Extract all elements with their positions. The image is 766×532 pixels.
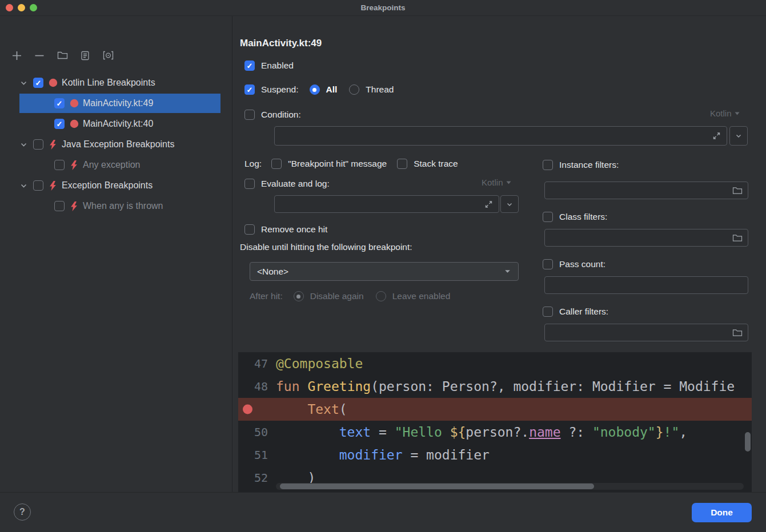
tree-item-any-exception[interactable]: Any exception [0, 155, 231, 175]
enabled-label: Enabled [261, 61, 294, 71]
pass-count-input[interactable] [544, 276, 748, 294]
tree-item-java-exception-breakpoints[interactable]: Java Exception Breakpoints [0, 134, 231, 155]
condition-label: Condition: [261, 110, 301, 120]
code-line-48: 48fun Greeting(person: Person?, modifier… [238, 375, 752, 398]
code-line-50: 50 text = "Hello ${person?.name ?: "nobo… [238, 421, 752, 444]
stack-trace-checkbox[interactable] [397, 159, 407, 169]
group-by-class-button[interactable] [78, 48, 93, 63]
tree-item-checkbox[interactable] [54, 160, 65, 170]
horizontal-scrollbar-thumb[interactable] [280, 483, 594, 489]
list-toolbar [9, 48, 115, 63]
suspend-label: Suspend: [261, 84, 299, 95]
tree-item-kotlin-line-breakpoints[interactable]: Kotlin Line Breakpoints [0, 72, 231, 93]
evaluate-history-dropdown[interactable] [500, 195, 519, 213]
expand-icon[interactable] [712, 132, 721, 140]
remove-once-row: Remove once hit [244, 222, 327, 237]
breakpoint-dot-icon[interactable] [243, 405, 252, 414]
folder-icon[interactable] [732, 186, 743, 195]
tree-item-mainactivity-kt-49[interactable]: MainActivity.kt:49 [0, 93, 231, 114]
remove-breakpoint-button[interactable] [32, 48, 47, 63]
evaluate-language-selector[interactable]: Kotlin [482, 178, 511, 187]
breakpoints-list-panel: Kotlin Line BreakpointsMainActivity.kt:4… [0, 16, 232, 492]
caller-filters-checkbox[interactable] [543, 307, 553, 317]
class-filters-input[interactable] [544, 229, 748, 247]
leave-enabled-label: Leave enabled [392, 291, 451, 301]
details-title: MainActivity.kt:49 [240, 38, 322, 49]
suspend-all-radio[interactable] [310, 84, 320, 95]
stack-trace-label: Stack trace [414, 159, 458, 169]
suspend-thread-radio[interactable] [349, 84, 359, 95]
tree-item-checkbox[interactable] [33, 180, 43, 191]
tree-item-checkbox[interactable] [54, 201, 65, 211]
help-button[interactable]: ? [14, 503, 31, 521]
breakpoint-hit-message-checkbox[interactable] [271, 159, 282, 169]
condition-checkbox[interactable] [244, 110, 255, 120]
condition-history-dropdown[interactable] [729, 126, 748, 146]
exception-breakpoint-icon [48, 181, 58, 191]
tree-item-checkbox[interactable] [54, 119, 65, 129]
tree-item-checkbox[interactable] [54, 98, 65, 108]
minus-icon [35, 51, 44, 61]
breakpoint-tree: Kotlin Line BreakpointsMainActivity.kt:4… [0, 72, 231, 216]
exception-breakpoint-icon [69, 160, 79, 170]
add-breakpoint-button[interactable] [9, 48, 24, 63]
instance-filters-input[interactable] [544, 182, 748, 199]
tree-item-exception-breakpoints[interactable]: Exception Breakpoints [0, 175, 231, 196]
leave-enabled-radio[interactable] [376, 291, 386, 301]
folder-icon[interactable] [732, 328, 743, 337]
gutter-line-52[interactable]: 52 [238, 466, 276, 489]
tree-item-label: MainActivity.kt:49 [83, 98, 153, 108]
gutter-line-48[interactable]: 48 [238, 375, 276, 398]
code-text: fun Greeting(person: Person?, modifier: … [276, 379, 752, 394]
done-button[interactable]: Done [692, 503, 752, 522]
expand-icon[interactable] [484, 200, 493, 208]
class-filters-checkbox[interactable] [543, 212, 553, 222]
group-by-package-button[interactable] [101, 48, 115, 63]
file-icon [81, 51, 90, 61]
chevron-down-icon[interactable] [19, 79, 33, 87]
suspend-row: Suspend: All Thread [244, 82, 394, 97]
vertical-scrollbar-thumb[interactable] [745, 432, 751, 452]
suspend-all-label: All [326, 84, 338, 95]
disable-again-radio[interactable] [294, 291, 304, 301]
breakpoint-icon [69, 99, 79, 108]
code-line-49: Text( [238, 398, 752, 421]
tree-item-when-any-is-thrown[interactable]: When any is thrown [0, 196, 231, 216]
caller-filters-input[interactable] [544, 324, 748, 341]
folder-icon [57, 51, 68, 60]
group-by-file-button[interactable] [55, 48, 70, 63]
suspend-checkbox[interactable] [244, 84, 255, 95]
tree-item-mainactivity-kt-40[interactable]: MainActivity.kt:40 [0, 114, 231, 134]
disable-until-dropdown[interactable]: <None> [250, 262, 519, 281]
breakpoint-hit-message-label: "Breakpoint hit" message [288, 159, 387, 169]
tree-item-checkbox[interactable] [33, 78, 43, 88]
pass-count-checkbox[interactable] [543, 259, 553, 269]
condition-input[interactable] [274, 126, 727, 146]
instance-filters-checkbox[interactable] [543, 160, 553, 170]
chevron-down-icon[interactable] [19, 182, 33, 190]
disable-until-value: <None> [257, 267, 288, 277]
enabled-checkbox[interactable] [244, 61, 255, 71]
evaluate-input[interactable] [274, 195, 499, 213]
gutter-line-49[interactable] [238, 398, 276, 421]
gutter-line-51[interactable]: 51 [238, 444, 276, 466]
code-preview: 47@Composable48fun Greeting(person: Pers… [238, 352, 752, 492]
tree-item-checkbox[interactable] [33, 139, 43, 150]
evaluate-label: Evaluate and log: [261, 179, 330, 189]
condition-language-selector[interactable]: Kotlin [710, 108, 740, 118]
code-text: modifier = modifier [276, 448, 752, 462]
code-text: Text( [276, 402, 752, 417]
enabled-row: Enabled [244, 58, 294, 73]
triangle-down-icon [735, 112, 740, 115]
gutter-line-47[interactable]: 47 [238, 352, 276, 375]
evaluate-checkbox[interactable] [244, 179, 255, 189]
folder-icon[interactable] [732, 233, 743, 242]
remove-once-hit-checkbox[interactable] [244, 224, 255, 235]
class-filters-label: Class filters: [559, 212, 607, 222]
tree-item-label: When any is thrown [83, 201, 163, 211]
chevron-down-icon[interactable] [19, 140, 33, 149]
gutter-line-50[interactable]: 50 [238, 421, 276, 444]
after-hit-row: After hit: Disable again Leave enabled [250, 289, 450, 304]
log-row: Log: "Breakpoint hit" message Stack trac… [244, 156, 458, 171]
instance-filters-label: Instance filters: [559, 160, 619, 170]
